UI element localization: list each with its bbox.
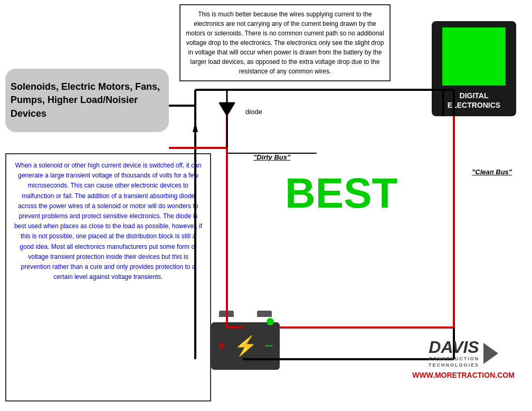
- digital-screen: [442, 27, 506, 86]
- svg-marker-11: [219, 103, 235, 116]
- davis-name: DAVIS: [429, 338, 479, 357]
- info-box-top: This is much better because the wires su…: [179, 4, 391, 81]
- davis-logo: DAVIS CONSTRUCTION TECHNOLOGIES WWW.MORE…: [411, 339, 516, 379]
- diagram: This is much better because the wires su…: [0, 0, 532, 411]
- clean-bus-label: "Clean Bus": [472, 168, 512, 176]
- battery-bolt-icon: ⚡: [234, 335, 258, 357]
- battery-minus-sign: −: [265, 338, 273, 354]
- explain-text: When a solenoid or other high current de…: [14, 162, 202, 281]
- battery-positive-terminal: [219, 311, 234, 317]
- battery-plus-sign: +: [217, 338, 226, 354]
- solenoids-label: Solenoids, Electric Motors, Fans, Pumps,…: [11, 80, 164, 120]
- davis-logo-text: DAVIS CONSTRUCTION TECHNOLOGIES: [429, 339, 480, 369]
- davis-technologies: TECHNOLOGIES: [429, 362, 479, 368]
- battery: + ⚡ −: [211, 311, 285, 369]
- digital-label: DIGITALELECTRONICS: [448, 91, 500, 110]
- info-box-text: This is much better because the wires su…: [186, 11, 384, 75]
- davis-arrow-icon: [483, 343, 498, 364]
- dirty-bus-label: "Dirty Bus": [253, 153, 290, 161]
- davis-sub: CONSTRUCTION: [429, 356, 480, 361]
- explain-box: When a solenoid or other high current de…: [5, 153, 211, 401]
- davis-url: WWW.MORETRACTION.COM: [411, 371, 516, 379]
- digital-electronics-box: DIGITALELECTRONICS: [432, 21, 516, 116]
- svg-marker-15: [193, 122, 198, 132]
- battery-body: + ⚡ −: [211, 322, 280, 370]
- diode-label: diode: [245, 108, 262, 116]
- battery-negative-terminal: [257, 311, 272, 317]
- best-label: BEST: [285, 169, 397, 218]
- solenoids-box: Solenoids, Electric Motors, Fans, Pumps,…: [5, 69, 169, 132]
- green-terminal-dot: [267, 318, 274, 325]
